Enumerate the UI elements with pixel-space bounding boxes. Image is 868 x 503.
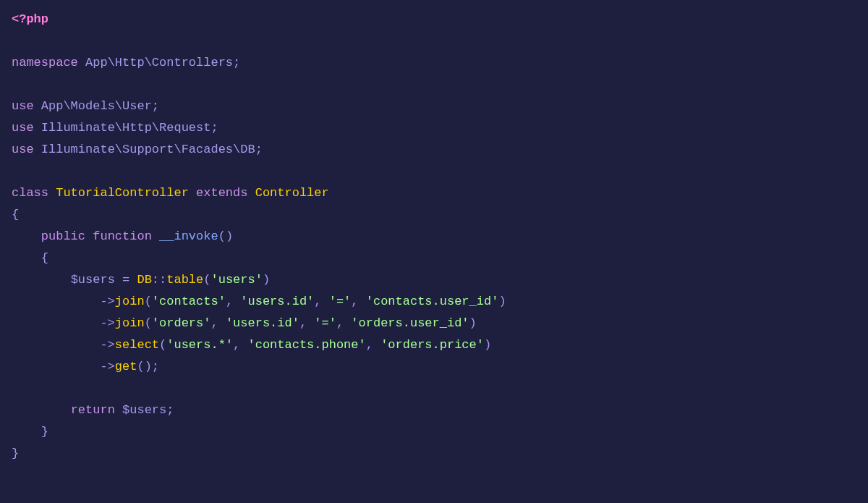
close-brace: } (12, 447, 19, 460)
code-line-10: { (12, 204, 856, 226)
string-literal: 'users.id' (226, 316, 299, 330)
double-colon: :: (152, 273, 166, 287)
code-line-5: use App\Models\User; (12, 96, 856, 117)
indent (12, 403, 71, 417)
code-line-16: ->select('users.*', 'contacts.phone', 'o… (12, 334, 856, 356)
semicolon: ; (166, 403, 174, 417)
string-literal: 'orders.user_id' (351, 316, 469, 330)
string-literal: 'users' (210, 273, 262, 287)
variable: $users (115, 403, 166, 417)
db-class: DB (137, 273, 151, 287)
string-literal: 'contacts.phone' (247, 338, 365, 352)
comma: , (210, 316, 225, 330)
code-line-21: } (12, 443, 856, 465)
equals-operator: = (115, 273, 137, 287)
use-keyword: use (12, 121, 34, 135)
code-line-1: <?php (12, 9, 856, 30)
arrow-operator: -> (100, 360, 114, 373)
indent (12, 316, 100, 330)
open-paren: ( (203, 273, 210, 287)
comma: , (299, 316, 314, 330)
open-paren: ( (145, 295, 152, 308)
extends-keyword: extends (189, 186, 248, 200)
parent-class-name: Controller (247, 186, 328, 200)
namespace-path: App\Http\Controllers; (78, 56, 240, 69)
code-line-blank (12, 161, 856, 182)
indent (12, 425, 41, 439)
code-line-3: namespace App\Http\Controllers; (12, 52, 856, 74)
use-keyword: use (12, 143, 34, 156)
close-paren: ) (263, 273, 270, 287)
use-path: Illuminate\Http\Request; (34, 121, 218, 135)
close-paren: ) (484, 338, 491, 352)
variable: $users (71, 273, 115, 287)
code-line-7: use Illuminate\Support\Facades\DB; (12, 139, 856, 161)
open-paren: ( (145, 316, 152, 330)
comma: , (366, 338, 380, 352)
string-literal: 'orders.price' (380, 338, 484, 352)
arrow-operator: -> (100, 316, 114, 330)
use-path: App\Models\User; (34, 99, 159, 113)
close-paren: ) (469, 316, 477, 330)
indent (12, 338, 100, 352)
comma: , (314, 295, 328, 308)
comma: , (336, 316, 351, 330)
comma: , (351, 295, 365, 308)
join-method: join (115, 295, 145, 308)
open-brace: { (12, 208, 19, 221)
indent (12, 273, 71, 287)
comma: , (233, 338, 247, 352)
namespace-keyword: namespace (12, 56, 78, 69)
string-literal: '=' (314, 316, 336, 330)
string-literal: 'orders' (152, 316, 211, 330)
code-line-blank (12, 378, 856, 400)
code-line-6: use Illuminate\Http\Request; (12, 117, 856, 139)
use-keyword: use (12, 99, 34, 113)
indent (12, 360, 100, 373)
open-brace: { (41, 251, 48, 265)
code-line-14: ->join('contacts', 'users.id', '=', 'con… (12, 291, 856, 313)
code-line-9: class TutorialController extends Control… (12, 182, 856, 204)
return-keyword: return (71, 403, 115, 417)
string-literal: '=' (329, 295, 352, 308)
indent (12, 251, 41, 265)
parentheses-semi: (); (137, 360, 159, 373)
use-path: Illuminate\Support\Facades\DB; (34, 143, 263, 156)
code-line-15: ->join('orders', 'users.id', '=', 'order… (12, 313, 856, 334)
code-line-blank (12, 74, 856, 96)
arrow-operator: -> (100, 338, 114, 352)
table-method: table (166, 273, 203, 287)
select-method: select (115, 338, 159, 352)
string-literal: 'users.id' (240, 295, 314, 308)
string-literal: 'contacts.user_id' (366, 295, 499, 308)
code-line-20: } (12, 421, 856, 443)
code-line-13: $users = DB::table('users') (12, 269, 856, 291)
comma: , (226, 295, 240, 308)
close-paren: ) (498, 295, 506, 308)
code-editor[interactable]: <?php namespace App\Http\Controllers; us… (12, 9, 856, 465)
get-method: get (115, 360, 137, 373)
code-line-11: public function __invoke() (12, 226, 856, 248)
close-brace: } (41, 425, 48, 439)
php-open-tag: <?php (12, 12, 48, 26)
arrow-operator: -> (100, 295, 114, 308)
open-paren: ( (159, 338, 166, 352)
indent (12, 229, 41, 243)
function-keyword: function (85, 229, 152, 243)
code-line-17: ->get(); (12, 356, 856, 378)
code-line-blank (12, 30, 856, 52)
code-line-12: { (12, 248, 856, 269)
join-method: join (115, 316, 145, 330)
class-keyword: class (12, 186, 48, 200)
string-literal: 'users.*' (166, 338, 233, 352)
string-literal: 'contacts' (152, 295, 226, 308)
class-name: TutorialController (48, 186, 189, 200)
code-line-19: return $users; (12, 400, 856, 421)
public-keyword: public (41, 229, 85, 243)
indent (12, 295, 100, 308)
parentheses: () (218, 229, 233, 243)
function-name: __invoke (152, 229, 218, 243)
